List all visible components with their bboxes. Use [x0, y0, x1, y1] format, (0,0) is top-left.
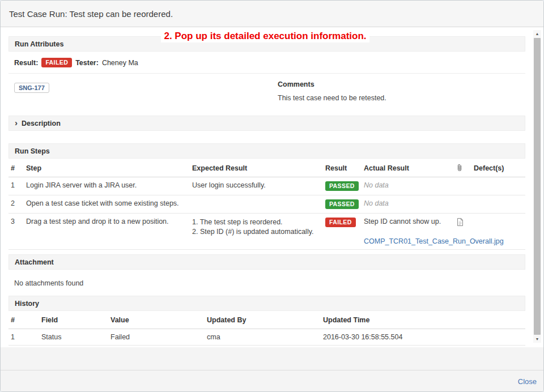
scrollbar-thumb[interactable] [534, 38, 541, 335]
table-row: 2 Open a test case ticket with some exis… [8, 195, 525, 214]
no-attachments-text: No attachments found [8, 270, 525, 296]
col-value: Value [108, 311, 205, 329]
result-label: Result: [14, 59, 38, 67]
actual-result: No data [362, 177, 454, 195]
tester-label: Tester: [75, 59, 99, 67]
test-case-run-dialog: Test Case Run: Test step can be reordere… [0, 0, 544, 392]
col-result: Result [323, 159, 362, 177]
actual-result: Step ID cannot show up. [364, 218, 452, 225]
dialog-footer: Close [1, 370, 543, 392]
chevron-right-icon: › [15, 118, 18, 127]
table-row: 1 Login JIRA server with a JIRA user. Us… [8, 177, 525, 195]
step-num: 3 [8, 214, 24, 250]
history-title: History [15, 300, 39, 308]
result-failed-badge: FAILED [41, 58, 72, 67]
failed-badge: FAILED [325, 218, 356, 227]
history-updated-by: cma [205, 346, 321, 348]
attachment-title: Attachment [15, 258, 54, 266]
col-defects: Defect(s) [471, 159, 525, 177]
history-num: 1 [8, 329, 39, 346]
result-line: Result: FAILED Tester: Cheney Ma [8, 52, 525, 74]
document-attachment-icon[interactable] [456, 218, 469, 227]
expected-result-line1: 1. The test step is reordered. [192, 218, 321, 227]
history-table: # Field Value Updated By Updated Time 1 … [8, 311, 525, 347]
history-updated-time: 2016-03-30 16:58:52.178 [321, 346, 525, 348]
tester-value: Cheney Ma [102, 59, 138, 67]
history-value: Not Tested [108, 346, 205, 348]
col-actual: Actual Result [362, 159, 454, 177]
dialog-body: Run Attributes Result: FAILED Tester: Ch… [1, 27, 543, 347]
expected-result-line2: 2. Step ID (#) is updated automatically. [192, 227, 321, 237]
expected-result [190, 195, 323, 214]
history-field: Status [39, 329, 108, 346]
paperclip-icon [454, 159, 471, 177]
run-attributes-title: Run Attributes [15, 40, 63, 48]
comments-label: Comments [278, 80, 520, 88]
table-row: 2 Status Not Tested cma 2016-03-30 16:58… [8, 346, 525, 348]
history-num: 2 [8, 346, 39, 348]
scroll-down-arrow-icon[interactable]: ▼ [533, 335, 541, 343]
history-value: Failed [108, 329, 205, 346]
actual-result: No data [362, 195, 454, 214]
run-steps-header-row: # Step Expected Result Result Actual Res… [8, 159, 525, 177]
dialog-title: Test Case Run: Test step can be reordere… [9, 9, 173, 19]
history-section-header: History [8, 296, 525, 311]
comments-text: This test case need to be retested. [278, 94, 520, 102]
step-text: Drag a test step and drop it to a new po… [24, 214, 190, 250]
step-num: 2 [8, 195, 24, 214]
col-expected: Expected Result [190, 159, 323, 177]
run-steps-title: Run Steps [15, 147, 50, 155]
col-field: Field [39, 311, 108, 329]
expected-result: User login successfully. [190, 177, 323, 195]
attachment-section-header: Attachment [8, 254, 525, 270]
step-text: Login JIRA server with a JIRA user. [24, 177, 190, 195]
col-num: # [8, 159, 24, 177]
description-section-header[interactable]: › Description [8, 116, 525, 131]
passed-badge: PASSED [325, 199, 359, 209]
description-title: Description [22, 120, 61, 127]
table-row: 1 Status Failed cma 2016-03-30 16:58:55.… [8, 329, 525, 346]
dialog-header: Test Case Run: Test step can be reordere… [1, 1, 543, 27]
close-button[interactable]: Close [518, 377, 537, 386]
run-steps-section-header: Run Steps [8, 143, 525, 159]
col-updated-time: Updated Time [321, 311, 525, 329]
col-num: # [8, 311, 39, 329]
history-field: Status [39, 346, 108, 348]
dialog-bottom-strip [1, 347, 543, 370]
history-updated-by: cma [205, 329, 321, 346]
step-text: Open a test case ticket with some existi… [24, 195, 190, 214]
step-num: 1 [8, 177, 24, 195]
run-attributes-section-header: Run Attributes [8, 36, 525, 52]
issue-key-link[interactable]: SNG-177 [14, 83, 49, 93]
run-steps-table: # Step Expected Result Result Actual Res… [8, 159, 525, 250]
history-header-row: # Field Value Updated By Updated Time [8, 311, 525, 329]
vertical-scrollbar[interactable]: ▲ ▼ [533, 30, 541, 343]
history-updated-time: 2016-03-30 16:58:55.504 [321, 329, 525, 346]
col-step: Step [24, 159, 190, 177]
scroll-up-arrow-icon[interactable]: ▲ [533, 30, 541, 37]
table-row: 3 Drag a test step and drop it to a new … [8, 214, 525, 250]
passed-badge: PASSED [325, 181, 359, 191]
attributes-columns: SNG-177 Comments This test case need to … [8, 74, 525, 111]
attachment-file-link[interactable]: COMP_TCR01_Test_Case_Run_Overall.jpg [364, 237, 504, 245]
col-updated-by: Updated By [205, 311, 321, 329]
